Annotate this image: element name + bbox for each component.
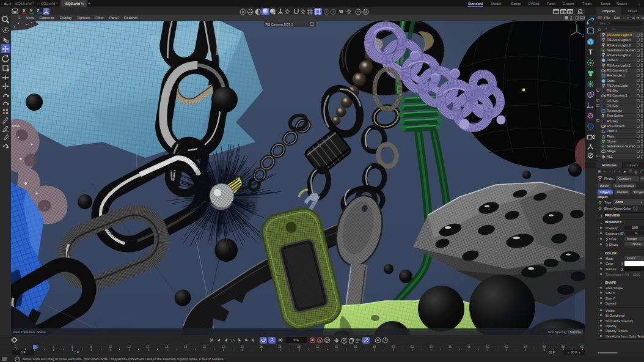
svg-text:Grid Spacing :: Grid Spacing : [548, 330, 568, 334]
svg-text:500 cm: 500 cm [570, 330, 580, 334]
svg-text:T: T [588, 48, 593, 56]
svg-text:RS Camera SQ3 1: RS Camera SQ3 1 [266, 23, 293, 26]
svg-text:Z: Z [582, 34, 584, 37]
svg-text:Y: Y [575, 21, 577, 24]
svg-text:A: A [318, 339, 321, 342]
svg-text:View Transform: Scene: View Transform: Scene [13, 330, 46, 334]
svg-text:Move: Move [12, 124, 20, 128]
